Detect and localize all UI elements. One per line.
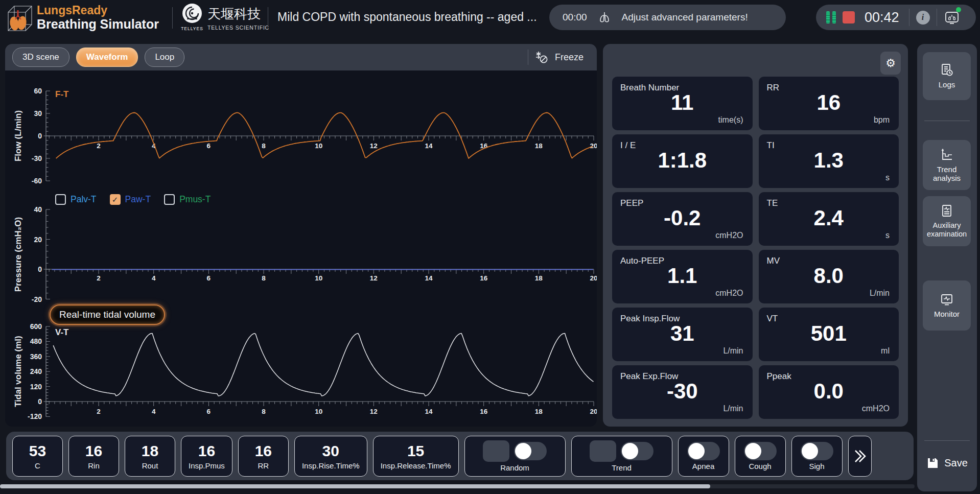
dock-param-rin[interactable]: 16Rin [68,436,119,477]
svg-text:-20: -20 [32,295,42,303]
toggle-card-trend[interactable]: Trend [571,436,672,477]
dock-param-insp-release-time[interactable]: 15Insp.Release.Time% [373,436,459,477]
brand-name-cn: 天堰科技 [207,5,269,23]
toggle-card-random[interactable]: Random [464,436,566,477]
legend-label: Palv-T [71,194,97,205]
tab-3d-scene[interactable]: 3D scene [12,48,69,67]
dock-scrollbar-thumb[interactable] [0,484,710,488]
dock-param-c[interactable]: 53C [12,436,63,477]
volume-waveform [53,334,593,396]
status-dot [956,7,961,12]
dock-param-value: 16 [255,442,272,460]
svg-text:10: 10 [315,274,322,282]
tab-waveform[interactable]: Waveform [76,48,138,67]
toggle-switch-trend[interactable] [621,442,654,460]
svg-text:30: 30 [34,109,42,117]
toggle-switch-sigh[interactable] [801,442,833,460]
tab-loop[interactable]: Loop [145,48,184,67]
toggle-switch-apnea[interactable] [687,442,720,460]
pressure-chart: 246810121416182040200-20 [32,205,597,303]
stop-button[interactable] [843,11,855,23]
logs-button[interactable]: Logs [923,52,971,100]
dock-param-label: Rout [142,461,158,470]
info-icon[interactable]: i [916,11,930,25]
svg-text:18: 18 [535,142,543,150]
dock-param-value: 16 [85,442,102,460]
save-button[interactable]: Save [917,453,977,473]
freeze-button[interactable]: Freeze [528,50,597,65]
param-value: 11 [612,90,753,115]
monitor-panel: ⚙ Breath Number11time(s)RR16bpmI / E1:1.… [603,44,908,427]
param-unit: cmH2O [715,289,743,298]
param-value: 16 [759,90,899,115]
param-value: -30 [612,379,753,404]
dock-scrollbar-track [0,484,915,488]
view-tabs: 3D sceneWaveformLoop [12,48,184,67]
paw-checkbox[interactable]: ✓ [110,194,121,205]
flow-chart-title: F-T [55,89,69,99]
app-title-line1: LungsReady [37,4,159,17]
session-controls: 00:42 i [816,5,976,30]
param-unit: s [885,231,890,240]
dock-params: 53C16Rin18Rout16Insp.Pmus16RR30Insp.Rise… [12,436,459,477]
gear-icon[interactable]: ⚙ [880,52,901,75]
toggle-card-sigh[interactable]: Sigh [791,436,843,477]
svg-text:0: 0 [38,397,42,406]
auxiliary-examination-button[interactable]: Auxiliary examination [923,196,971,246]
svg-text:-60: -60 [32,177,42,185]
legend-palv-t[interactable]: Palv-T [55,194,97,205]
svg-text:16: 16 [480,274,488,282]
trend-analysis-button[interactable]: Trend analysis [923,140,971,190]
device-status-icon[interactable] [944,9,960,26]
dock-param-label: Rin [88,461,100,470]
svg-text:4: 4 [152,274,156,282]
param-value: 8.0 [759,264,899,288]
logs-icon [940,63,954,77]
param-card-te: TE2.4s [759,192,899,246]
pause-button[interactable] [826,11,836,23]
toggle-knob [622,443,638,459]
dock-param-value: 18 [142,442,158,460]
toggle-switch-random[interactable] [514,442,547,460]
svg-text:14: 14 [425,142,433,150]
action-sidebar: Logs Trend analysis Auxiliary examinatio… [917,44,977,491]
expand-more-button[interactable] [848,436,872,477]
pmus-checkbox[interactable] [164,194,175,205]
palv-checkbox[interactable] [55,194,66,205]
dock-param-label: Insp.Pmus [189,461,225,470]
toggle-knob [515,443,531,459]
toolbar-divider [528,50,528,65]
dock-param-label: Insp.Release.Time% [381,461,451,470]
svg-text:-30: -30 [32,154,42,162]
monitor-button[interactable]: Monitor [923,280,971,331]
param-value: 1.1 [612,264,753,288]
brand-mark-text: TELLYES [180,26,204,31]
legend-label: Pmus-T [179,194,211,205]
param-card-peak-insp-flow: Peak Insp.Flow31L/min [612,308,753,361]
svg-text:360: 360 [30,352,42,361]
toggle-card-apnea[interactable]: Apnea [678,436,729,477]
toggle-row [687,442,720,460]
toggle-card-cough[interactable]: Cough [735,436,786,477]
param-card-breath-number: Breath Number11time(s) [612,77,753,130]
dock-param-rr[interactable]: 16RR [238,436,289,477]
dock-param-label: C [35,461,40,470]
trend-analysis-icon [940,148,954,162]
svg-text:-120: -120 [28,412,42,420]
dock-param-insp-pmus[interactable]: 16Insp.Pmus [181,436,232,477]
header-divider [268,7,268,29]
toggle-knob [688,443,705,459]
dock-param-insp-rise-time[interactable]: 30Insp.Rise.Time% [294,436,367,477]
toggle-knob [802,443,818,459]
toggle-row [744,442,777,460]
svg-text:2: 2 [97,408,101,415]
toggle-switch-cough[interactable] [744,442,777,460]
param-unit: L/min [723,346,743,356]
legend-paw-t[interactable]: ✓ Paw-T [110,194,151,205]
dock-param-rout[interactable]: 18Rout [125,436,175,477]
legend-pmus-t[interactable]: Pmus-T [164,194,211,205]
svg-text:240: 240 [30,367,42,375]
dock-toggles: RandomTrendApneaCoughSigh [464,436,843,477]
toggle-label: Apnea [692,462,714,471]
flow-axis-title: Flow (L/min) [13,110,24,161]
